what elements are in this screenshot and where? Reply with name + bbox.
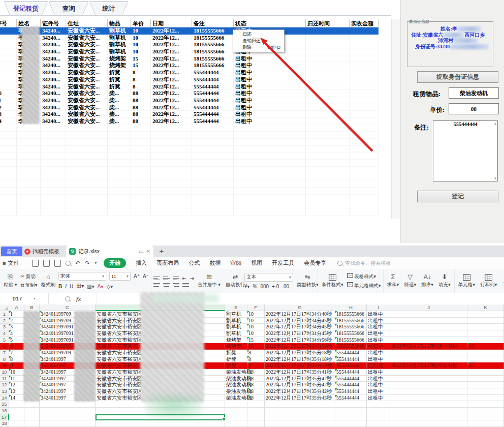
ribbon-tab-2[interactable]: 页面布局 xyxy=(156,259,179,267)
col-header-I[interactable]: I xyxy=(367,304,390,311)
cell-K5[interactable] xyxy=(467,337,504,344)
cell-G15[interactable] xyxy=(265,401,335,408)
cell-E17[interactable] xyxy=(225,414,247,421)
cell-F8[interactable]: 8 xyxy=(247,356,265,363)
increase-indent-icon[interactable]: ⇥ xyxy=(190,276,194,281)
increase-decimal-button[interactable]: +.0 xyxy=(272,284,279,289)
col-header-H[interactable]: H xyxy=(335,304,367,311)
row-header-2[interactable]: 2 xyxy=(0,318,9,324)
cell-A17[interactable] xyxy=(9,414,24,421)
table-row[interactable]: 1李34240...安徽省六安...割草机102022年12...1815555… xyxy=(0,27,379,35)
print-icon[interactable] xyxy=(54,260,61,267)
cell-H2[interactable]: 18155555666 xyxy=(335,318,367,324)
cell-H11[interactable]: 555444444 xyxy=(335,376,367,382)
col-header-F[interactable]: F xyxy=(247,304,265,311)
cell-K7[interactable] xyxy=(467,350,504,356)
cell-J15[interactable] xyxy=(390,401,467,408)
cell-E14[interactable]: 柴油发动机 xyxy=(225,395,247,402)
format-painter-button[interactable]: ⌂ 格式刷 xyxy=(40,273,57,288)
wps-document-tab[interactable]: S 记录.xlsx ▭ ✕ xyxy=(66,246,153,257)
file-menu[interactable]: ≡ 文件 xyxy=(3,259,29,267)
cell-F15[interactable] xyxy=(247,401,265,408)
table-row-empty[interactable] xyxy=(0,180,379,188)
cell-H5[interactable]: 18155555666 xyxy=(335,337,367,344)
cell-F17[interactable] xyxy=(247,414,265,421)
cell-G11[interactable]: 2022年12月17日17时35分42秒 xyxy=(265,376,335,382)
ribbon-tab-8[interactable]: 会员专享 xyxy=(304,259,326,267)
cell-C17[interactable] xyxy=(40,414,96,421)
print-preview-icon[interactable] xyxy=(66,261,71,266)
ribbon-tab-6[interactable]: 视图 xyxy=(251,259,262,267)
cell-I13[interactable]: 出租中 xyxy=(367,388,390,395)
align-right-icon[interactable] xyxy=(173,283,179,287)
cell-A18[interactable] xyxy=(9,420,24,427)
cell-J2[interactable] xyxy=(390,318,467,324)
extract-idcard-button[interactable]: 提取身份证信息 xyxy=(417,71,498,83)
cell-A15[interactable] xyxy=(9,401,24,408)
shrink-font-button[interactable]: A⁻ xyxy=(143,273,149,279)
cell-B17[interactable] xyxy=(24,414,40,421)
grow-font-button[interactable]: A⁺ xyxy=(134,273,140,279)
redo-icon[interactable]: ↷ xyxy=(85,260,90,267)
row-header-6[interactable]: 6 xyxy=(0,343,9,350)
fill-button[interactable]: ⬇ 填充▾ xyxy=(437,273,452,288)
cell-I9[interactable]: 已归还 xyxy=(367,362,390,369)
cell-F18[interactable] xyxy=(247,420,265,427)
table-header-10[interactable]: 实收金额 xyxy=(350,19,379,27)
cell-K16[interactable] xyxy=(467,408,504,414)
col-header-B[interactable]: B xyxy=(24,304,40,311)
cell-I11[interactable]: 出租中 xyxy=(367,376,390,382)
cell-K8[interactable] xyxy=(467,356,504,363)
window-mode-icon[interactable]: ▭ xyxy=(139,249,143,254)
new-tab-button[interactable]: + xyxy=(156,246,167,256)
close-tab-icon[interactable]: ✕ xyxy=(146,249,150,254)
sheet-corner-cell[interactable] xyxy=(0,304,9,311)
italic-button[interactable]: I xyxy=(65,284,67,289)
cell-A6[interactable]: 6 xyxy=(9,343,24,350)
cell-J7[interactable] xyxy=(390,350,467,356)
table-row-empty[interactable] xyxy=(0,201,379,208)
cell-K3[interactable] xyxy=(467,324,504,330)
col-header-C[interactable]: C xyxy=(40,304,96,311)
cell-A4[interactable]: 4 xyxy=(9,330,24,337)
cell-K2[interactable] xyxy=(467,318,504,324)
cell-A2[interactable]: 2 xyxy=(9,318,24,324)
row-header-17[interactable]: 17 xyxy=(0,414,9,421)
ribbon-tab-3[interactable]: 公式 xyxy=(188,259,200,267)
table-row[interactable]: 11李34240...安徽省六安...柴...882022年12...55544… xyxy=(0,97,379,104)
table-row-empty[interactable] xyxy=(0,195,379,202)
cell-J10[interactable] xyxy=(390,369,467,376)
percent-format-button[interactable]: % xyxy=(253,284,258,289)
wps-docer-tab[interactable]: ● 找稻壳模板 xyxy=(24,246,59,257)
font-size-combo[interactable]: 11▾ xyxy=(109,272,131,281)
conditional-format-button[interactable]: 条件格式▾ xyxy=(320,274,345,288)
cell-A9[interactable]: 9 xyxy=(9,362,24,369)
cell-E15[interactable] xyxy=(225,401,247,408)
table-row-empty[interactable] xyxy=(0,173,379,180)
command-search[interactable]: 查找命令、搜索模板 xyxy=(337,260,391,267)
cell-H13[interactable]: 555444444 xyxy=(335,388,367,395)
cell-G2[interactable]: 2022年12月17日17时34分45秒 xyxy=(265,318,335,324)
cell-H4[interactable]: 18155555666 xyxy=(335,330,367,337)
col-header-A[interactable]: A xyxy=(9,304,24,311)
cell-E3[interactable]: 割草机 xyxy=(225,324,247,330)
table-header-9[interactable]: 归还时间 xyxy=(306,19,350,27)
table-row-empty[interactable] xyxy=(0,146,379,153)
cell-E13[interactable]: 柴油发动机 xyxy=(225,388,247,395)
table-row[interactable]: 5李34240...安徽省六安...烧烤架152022年12...1815555… xyxy=(0,55,379,63)
cell-E7[interactable]: 折凳 xyxy=(225,350,247,356)
cell-G6[interactable]: 2022年12月17日17时34分58秒 xyxy=(265,343,335,350)
type-convert-button[interactable]: ⇆ 类型转换▾ xyxy=(295,273,320,288)
cell-J13[interactable] xyxy=(390,388,467,395)
toolbar-caret-icon[interactable]: ▾ xyxy=(94,261,97,265)
menu-item-delete[interactable]: 删除 Ctrl+D xyxy=(233,44,284,51)
cell-G16[interactable] xyxy=(265,408,335,414)
cell-C15[interactable] xyxy=(40,401,96,408)
cell-E11[interactable]: 柴油发动机 xyxy=(225,376,247,382)
row-header-3[interactable]: 3 xyxy=(0,324,9,330)
cell-H1[interactable]: 18155555666 xyxy=(335,311,367,318)
cell-G4[interactable]: 2022年12月17日17时34分45秒 xyxy=(265,330,335,337)
cell-E8[interactable]: 折凳 xyxy=(225,356,247,363)
new-file-icon[interactable] xyxy=(32,260,39,267)
cell-D18[interactable] xyxy=(96,420,225,427)
